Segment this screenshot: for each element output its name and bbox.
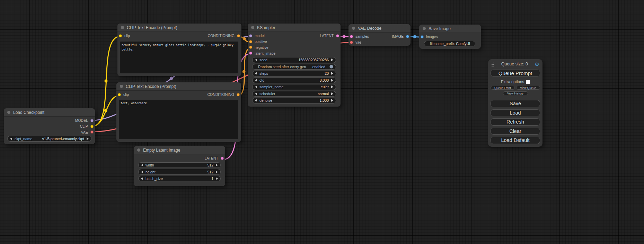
negative-input-port[interactable] bbox=[249, 46, 252, 49]
collapse-dot-icon[interactable] bbox=[120, 85, 123, 88]
increment-arrow-icon[interactable] bbox=[331, 92, 333, 95]
node-titlebar[interactable]: Save Image bbox=[419, 25, 481, 33]
decrement-arrow-icon[interactable] bbox=[255, 99, 257, 102]
steps-widget[interactable]: steps 20 bbox=[252, 71, 336, 76]
view-queue-button[interactable]: View Queue bbox=[516, 86, 540, 90]
node-title: Empty Latent Image bbox=[143, 148, 180, 153]
image-output-port[interactable] bbox=[406, 35, 409, 38]
increment-arrow-icon[interactable] bbox=[216, 164, 218, 166]
filename-prefix-widget[interactable]: filename_prefix ComfyUI bbox=[424, 41, 475, 47]
clear-button[interactable]: Clear bbox=[491, 128, 540, 135]
samples-input-port[interactable] bbox=[350, 35, 353, 38]
node-titlebar[interactable]: KSampler bbox=[248, 24, 341, 32]
load-button[interactable]: Load bbox=[491, 109, 540, 117]
decrement-arrow-icon[interactable] bbox=[141, 164, 143, 166]
latent-image-input-port[interactable] bbox=[249, 52, 252, 55]
port-label: CONDITIONING bbox=[207, 92, 234, 97]
port-label: CLIP bbox=[80, 124, 88, 128]
node-graph-canvas[interactable]: Load Checkpoint MODEL CLIP VAE ckpt_name… bbox=[0, 0, 644, 244]
port-label: LATENT bbox=[205, 156, 218, 160]
positive-prompt-textarea[interactable]: beautiful scenery nature glass bottle la… bbox=[120, 42, 238, 73]
conditioning-output-port[interactable] bbox=[237, 93, 240, 96]
clip-output-port[interactable] bbox=[90, 125, 94, 128]
vae-output-port[interactable] bbox=[90, 130, 94, 134]
increment-arrow-icon[interactable] bbox=[87, 137, 89, 140]
clip-input-port[interactable] bbox=[118, 93, 121, 96]
decrement-arrow-icon[interactable] bbox=[255, 72, 257, 75]
increment-arrow-icon[interactable] bbox=[331, 79, 333, 82]
node-clip-text-encode-negative[interactable]: CLIP Text Encode (Prompt) clip CONDITION… bbox=[116, 82, 241, 142]
increment-arrow-icon[interactable] bbox=[331, 58, 333, 61]
decrement-arrow-icon[interactable] bbox=[10, 137, 12, 140]
positive-input-port[interactable] bbox=[249, 40, 252, 43]
increment-arrow-icon[interactable] bbox=[331, 99, 333, 102]
decrement-arrow-icon[interactable] bbox=[255, 58, 257, 61]
node-empty-latent-image[interactable]: Empty Latent Image LATENT width 512 heig… bbox=[134, 146, 225, 186]
save-button[interactable]: Save bbox=[491, 100, 540, 107]
node-titlebar[interactable]: CLIP Text Encode (Prompt) bbox=[117, 24, 241, 32]
scheduler-widget[interactable]: scheduler normal bbox=[252, 91, 336, 97]
latent-output-port[interactable] bbox=[221, 157, 224, 160]
negative-prompt-textarea[interactable]: text, watermark bbox=[119, 100, 238, 139]
seed-widget[interactable]: seed 156680208700286 bbox=[252, 57, 336, 63]
collapse-dot-icon[interactable] bbox=[352, 27, 355, 30]
decrement-arrow-icon[interactable] bbox=[255, 79, 257, 82]
random-seed-toggle[interactable] bbox=[329, 65, 333, 69]
node-titlebar[interactable]: Empty Latent Image bbox=[134, 146, 225, 154]
link-center-dot bbox=[243, 37, 246, 40]
vae-input-port[interactable] bbox=[350, 41, 353, 44]
clip-input-port[interactable] bbox=[119, 34, 122, 37]
random-seed-widget[interactable]: Random seed after every gen enabled bbox=[252, 64, 336, 70]
decrement-arrow-icon[interactable] bbox=[141, 171, 143, 173]
node-title: CLIP Text Encode (Prompt) bbox=[126, 84, 176, 89]
gear-icon[interactable]: ⚙ bbox=[535, 62, 539, 67]
queue-prompt-button[interactable]: Queue Prompt bbox=[491, 70, 540, 76]
queue-front-button[interactable]: Queue Front bbox=[491, 86, 515, 90]
node-titlebar[interactable]: CLIP Text Encode (Prompt) bbox=[116, 82, 241, 91]
latent-output-port[interactable] bbox=[336, 34, 339, 37]
load-default-button[interactable]: Load Default bbox=[491, 137, 540, 144]
collapse-dot-icon[interactable] bbox=[7, 111, 10, 114]
view-history-button[interactable]: View History bbox=[503, 91, 528, 95]
collapse-dot-icon[interactable] bbox=[121, 26, 124, 29]
node-clip-text-encode-positive[interactable]: CLIP Text Encode (Prompt) clip CONDITION… bbox=[117, 24, 241, 76]
collapse-dot-icon[interactable] bbox=[137, 148, 140, 152]
decrement-arrow-icon[interactable] bbox=[255, 92, 257, 95]
conditioning-output-port[interactable] bbox=[237, 34, 240, 37]
increment-arrow-icon[interactable] bbox=[331, 85, 333, 88]
width-widget[interactable]: width 512 bbox=[138, 162, 221, 168]
increment-arrow-icon[interactable] bbox=[216, 177, 218, 180]
decrement-arrow-icon[interactable] bbox=[255, 85, 257, 88]
node-vae-decode[interactable]: VAE Decode samples IMAGE vae bbox=[349, 24, 411, 46]
extra-options-label: Extra options bbox=[501, 80, 524, 84]
drag-handle-icon[interactable] bbox=[491, 62, 494, 66]
denoise-widget[interactable]: denoise 1.000 bbox=[252, 98, 336, 103]
queue-size-label: Queue size: 0 bbox=[494, 62, 535, 66]
batch-size-widget[interactable]: batch_size 1 bbox=[138, 176, 221, 182]
node-save-image[interactable]: Save Image images filename_prefix ComfyU… bbox=[419, 25, 481, 49]
node-titlebar[interactable]: Load Checkpoint bbox=[4, 108, 95, 117]
collapse-dot-icon[interactable] bbox=[423, 27, 426, 30]
node-ksampler[interactable]: KSampler model LATENT positive negative … bbox=[248, 24, 341, 107]
extra-options-checkbox[interactable] bbox=[526, 80, 530, 84]
increment-arrow-icon[interactable] bbox=[216, 171, 218, 173]
collapse-dot-icon[interactable] bbox=[251, 26, 254, 29]
increment-arrow-icon[interactable] bbox=[331, 72, 333, 75]
cfg-widget[interactable]: cfg 8.000 bbox=[252, 78, 336, 83]
images-input-port[interactable] bbox=[421, 35, 424, 38]
node-titlebar[interactable]: VAE Decode bbox=[349, 24, 411, 33]
ckpt-name-widget[interactable]: ckpt_name v1-5-pruned-emaonly.ckpt bbox=[7, 136, 91, 142]
sampler-name-widget[interactable]: sampler_name euler bbox=[252, 84, 336, 90]
height-widget[interactable]: height 512 bbox=[138, 169, 221, 175]
link-center-dot bbox=[170, 77, 173, 80]
port-label: model bbox=[255, 34, 265, 38]
decrement-arrow-icon[interactable] bbox=[141, 177, 143, 180]
model-input-port[interactable] bbox=[249, 34, 252, 37]
node-load-checkpoint[interactable]: Load Checkpoint MODEL CLIP VAE ckpt_name… bbox=[4, 108, 95, 144]
port-label: negative bbox=[255, 45, 268, 49]
port-label: latent_image bbox=[255, 51, 275, 55]
refresh-button[interactable]: Refresh bbox=[491, 118, 540, 126]
model-output-port[interactable] bbox=[90, 119, 94, 122]
node-title: VAE Decode bbox=[358, 26, 381, 31]
port-label: CONDITIONING bbox=[208, 34, 235, 38]
